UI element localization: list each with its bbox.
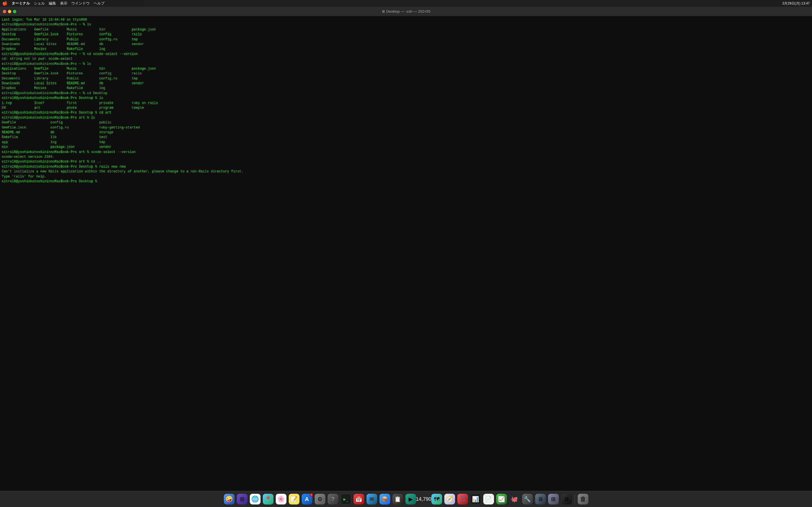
- traffic-lights: [3, 10, 16, 13]
- menu-window[interactable]: ウインドウ: [71, 1, 90, 6]
- menu-shell[interactable]: シェル: [34, 1, 45, 6]
- terminal-content[interactable]: Last login: Tue Mar 16 13:44:48 on ttys0…: [0, 16, 406, 253]
- app-name[interactable]: ターミナル: [11, 1, 30, 6]
- minimize-button[interactable]: [8, 10, 11, 13]
- window-title: 🖥 Desktop — -zsh — 202×55: [382, 9, 406, 13]
- menu-help[interactable]: ヘルプ: [94, 1, 105, 6]
- menubar-left: 🍎 ターミナル シェル 編集 表示 ウインドウ ヘルプ: [2, 1, 105, 6]
- maximize-button[interactable]: [13, 10, 16, 13]
- terminal-window: 🖥 Desktop — -zsh — 202×55 Last login: Tu…: [0, 7, 406, 253]
- menu-view[interactable]: 表示: [60, 1, 67, 6]
- apple-menu[interactable]: 🍎: [2, 1, 8, 6]
- menu-edit[interactable]: 編集: [49, 1, 56, 6]
- menubar: 🍎 ターミナル シェル 編集 表示 ウインドウ ヘルプ 3月29日(月) 13:…: [0, 0, 406, 7]
- close-button[interactable]: [3, 10, 6, 13]
- title-bar: 🖥 Desktop — -zsh — 202×55: [0, 7, 406, 16]
